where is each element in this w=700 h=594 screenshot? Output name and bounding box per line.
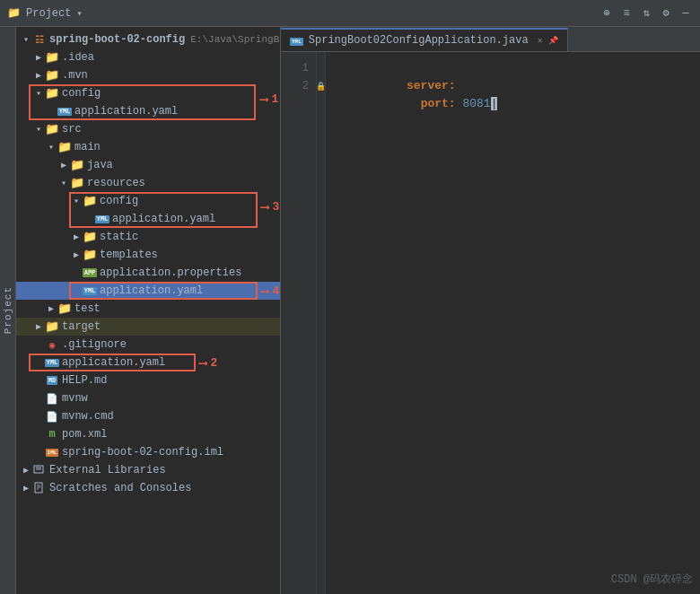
tree-arrow-config3[interactable]: ▾ xyxy=(70,196,83,206)
target-label: target xyxy=(62,320,101,333)
sidebar-label: Project xyxy=(0,27,16,594)
pom-label: pom.xml xyxy=(62,428,107,441)
tree-item-main[interactable]: ▾ 📁 main xyxy=(16,138,280,156)
port-val-end: 1 xyxy=(484,97,491,110)
folder-java-icon: 📁 xyxy=(70,158,84,172)
iml-icon: IML xyxy=(45,445,59,459)
tree-arrow-main[interactable]: ▾ xyxy=(45,142,57,153)
tree-arrow-root[interactable]: ▾ xyxy=(20,34,32,45)
list-icon[interactable]: ≡ xyxy=(619,6,634,21)
spring-icon: m xyxy=(45,427,59,441)
templates-label: templates xyxy=(100,249,158,261)
tab-pin: 📌 xyxy=(548,36,558,46)
tree-item-mvn[interactable]: ▶ 📁 .mvn xyxy=(16,66,280,84)
appyaml-root-label: application.yaml xyxy=(62,356,165,369)
main-layout: Project ▾ ☷ spring-boot-02-config E:\Jav… xyxy=(0,27,700,594)
main-label: main xyxy=(74,141,101,153)
server-key: server: xyxy=(407,79,456,92)
md-icon: MD xyxy=(45,373,59,388)
code-area[interactable]: server: port: 8081| xyxy=(326,52,700,594)
port-indent xyxy=(407,97,421,110)
tree-item-appyaml1[interactable]: YML application.yaml xyxy=(16,102,280,120)
tree-item-src[interactable]: ▾ 📁 src xyxy=(16,120,280,138)
add-icon[interactable]: ⊕ xyxy=(599,6,614,21)
mvnw-icon: 📄 xyxy=(45,391,59,406)
tree-item-mvnw-cmd[interactable]: 📄 mvnw.cmd xyxy=(16,407,280,425)
editor-panel: YML SpringBoot02ConfigApplication.java ✕… xyxy=(281,27,700,594)
gitignore-label: .gitignore xyxy=(62,338,127,351)
tree-arrow-static[interactable]: ▶ xyxy=(70,231,83,242)
tree-arrow-scratches[interactable]: ▶ xyxy=(20,483,32,494)
tree-item-iml[interactable]: IML spring-boot-02-config.iml xyxy=(16,443,280,461)
mvnw-label: mvnw xyxy=(62,392,88,405)
tree-arrow-idea[interactable]: ▶ xyxy=(32,52,45,63)
project-panel: ▾ ☷ spring-boot-02-config E:\Java\Spring… xyxy=(16,27,281,594)
tree-item-static[interactable]: ▶ 📁 static xyxy=(16,228,280,246)
git-icon: ◉ xyxy=(45,337,59,352)
folder-src-icon: 📁 xyxy=(45,122,59,136)
tree-arrow-config1[interactable]: ▾ xyxy=(32,88,45,99)
java-label: java xyxy=(87,159,113,171)
tree-arrow-src[interactable]: ▾ xyxy=(32,124,45,135)
yaml3-icon: YML xyxy=(95,212,109,226)
tree-item-pom[interactable]: m pom.xml xyxy=(16,425,280,443)
tree-arrow-test[interactable]: ▶ xyxy=(45,303,57,314)
folder-test-icon: 📁 xyxy=(57,301,72,316)
tree-item-appprop[interactable]: APP application.properties xyxy=(16,264,280,282)
folder-config3-icon: 📁 xyxy=(83,194,97,208)
iml-label: spring-boot-02-config.iml xyxy=(62,446,223,459)
project-icon: 📁 xyxy=(7,6,21,20)
properties-icon: APP xyxy=(83,266,97,280)
tree-item-scratches[interactable]: ▶ Scratches and Consoles xyxy=(16,479,280,497)
tree-item-mvnw[interactable]: 📄 mvnw xyxy=(16,389,280,407)
tree-item-appyaml4[interactable]: YML application.yaml xyxy=(16,282,280,300)
tree-arrow-templates[interactable]: ▶ xyxy=(70,249,83,260)
project-dropdown[interactable]: ▾ xyxy=(76,8,82,19)
scratch-icon xyxy=(32,481,47,495)
tree-arrow-mvn[interactable]: ▶ xyxy=(32,70,45,81)
tree-item-config3[interactable]: ▾ 📁 config xyxy=(16,192,280,210)
tab-close[interactable]: ✕ xyxy=(538,35,543,46)
line-numbers: 1 2 xyxy=(281,52,317,594)
folder-main-icon: 📁 xyxy=(57,140,72,154)
tree-item-java[interactable]: ▶ 📁 java xyxy=(16,156,280,174)
config3-label: config xyxy=(100,195,138,207)
tree-item-gitignore[interactable]: ◉ .gitignore xyxy=(16,336,280,354)
extlib-icon xyxy=(32,463,47,477)
port-val: 808 xyxy=(462,97,483,110)
tree-arrow-java[interactable]: ▶ xyxy=(57,160,70,170)
watermark: CSDN @码农碎念 xyxy=(611,572,693,587)
tree-item-templates[interactable]: ▶ 📁 templates xyxy=(16,246,280,264)
tree-item-idea[interactable]: ▶ 📁 .idea xyxy=(16,48,280,66)
tree-item-resources[interactable]: ▾ 📁 resources xyxy=(16,174,280,192)
sort-icon[interactable]: ⇅ xyxy=(639,6,653,21)
tree-item-test[interactable]: ▶ 📁 test xyxy=(16,300,280,318)
module-icon: ☷ xyxy=(32,32,47,47)
tree-item-target[interactable]: ▶ 📁 target xyxy=(16,318,280,336)
appprop-label: application.properties xyxy=(100,266,241,279)
tree-arrow-resources[interactable]: ▾ xyxy=(57,178,70,188)
cursor: | xyxy=(491,97,498,110)
minimize-icon[interactable]: — xyxy=(678,6,693,21)
test-label: test xyxy=(74,302,101,315)
folder-resources-icon: 📁 xyxy=(70,176,84,190)
editor-tab-appyaml[interactable]: YML SpringBoot02ConfigApplication.java ✕… xyxy=(281,28,568,51)
tree-item-root[interactable]: ▾ ☷ spring-boot-02-config E:\Java\Spring… xyxy=(16,31,280,48)
tree-item-extlibs[interactable]: ▶ External Libraries xyxy=(16,461,280,479)
tree-item-appyaml-root[interactable]: YML application.yaml xyxy=(16,354,280,371)
extlibs-label: External Libraries xyxy=(49,464,166,476)
folder-templates-icon: 📁 xyxy=(83,248,97,262)
tree-arrow-target[interactable]: ▶ xyxy=(32,321,45,332)
mvnwcmd-icon: 📄 xyxy=(45,409,59,424)
settings-icon[interactable]: ⚙ xyxy=(659,6,673,21)
tree-item-helpmd[interactable]: MD HELP.md xyxy=(16,371,280,389)
tree-arrow-extlibs[interactable]: ▶ xyxy=(20,465,32,476)
tree-item-config1[interactable]: ▾ 📁 config xyxy=(16,84,280,102)
folder-config1-icon: 📁 xyxy=(45,86,59,100)
root-path: E:\Java\SpringBoot\spring-boot-02-config xyxy=(190,34,280,45)
sidebar-label-text: Project xyxy=(3,286,13,334)
tree-item-appyaml3[interactable]: YML application.yaml xyxy=(16,210,280,228)
appyaml3-label: application.yaml xyxy=(112,213,215,225)
mvn-label: .mvn xyxy=(62,69,88,82)
yaml4-icon: YML xyxy=(83,284,97,298)
